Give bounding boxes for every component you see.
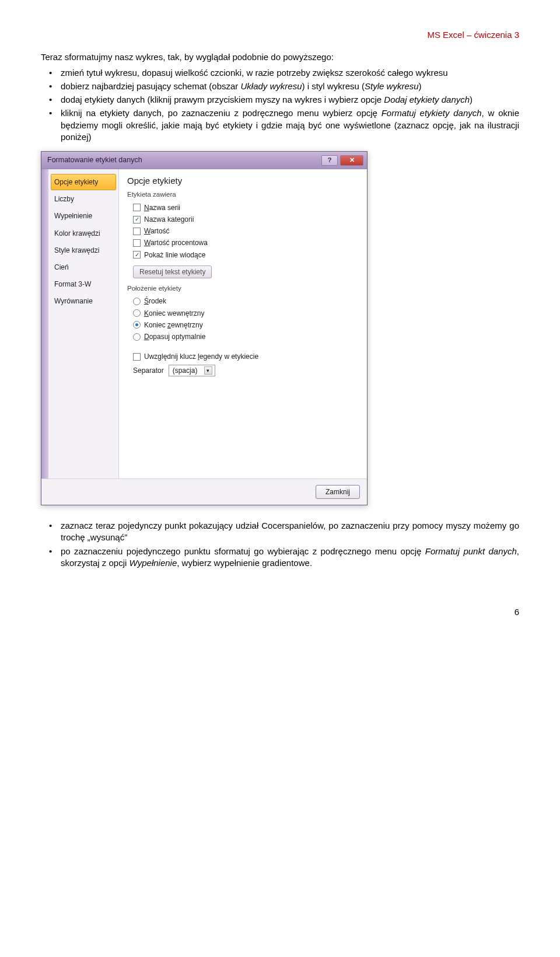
page-number: 6: [0, 595, 560, 635]
group-label-contains: Etykieta zawiera: [127, 190, 359, 200]
sidebar-item-numbers[interactable]: Liczby: [51, 191, 116, 207]
checkbox-icon: [133, 239, 141, 247]
dialog-screenshot: Formatowanie etykiet danych ? ✕ Opcje et…: [41, 151, 519, 505]
dialog-left-decor: [41, 169, 48, 478]
sidebar-item-border-color[interactable]: Kolor krawędzi: [51, 225, 116, 242]
checkbox-legend-key[interactable]: Uwzględnij klucz legendy w etykiecie: [133, 352, 359, 361]
intro-paragraph: Teraz sformatujmy nasz wykres, tak, by w…: [41, 51, 519, 63]
sidebar-item-fill[interactable]: Wypełnienie: [51, 208, 116, 224]
checkbox-icon: [133, 204, 141, 211]
sidebar-item-label-options[interactable]: Opcje etykiety: [51, 174, 116, 190]
dialog-main-pane: Opcje etykiety Etykieta zawiera Nazwa se…: [118, 169, 367, 478]
separator-label: Separator: [133, 366, 164, 375]
bullet-list-bottom: zaznacz teraz pojedynczy punkt pokazując…: [41, 520, 519, 569]
bullet-list-top: zmień tytuł wykresu, dopasuj wielkość cz…: [41, 67, 519, 144]
chevron-down-icon: ▾: [204, 366, 212, 375]
list-item: dobierz najbardziej pasujący schemat (ob…: [61, 81, 519, 92]
sidebar-item-shadow[interactable]: Cień: [51, 259, 116, 275]
checkbox-icon: ✓: [133, 251, 141, 259]
page-header: MS Excel – ćwiczenia 3: [41, 29, 519, 41]
checkbox-value[interactable]: Wartość: [133, 226, 359, 236]
checkbox-series-name[interactable]: Nazwa serii: [133, 203, 359, 212]
radio-center[interactable]: Środek: [133, 296, 359, 306]
combo-value: (spacja): [173, 366, 198, 375]
radio-icon: [133, 333, 141, 341]
format-data-labels-dialog: Formatowanie etykiet danych ? ✕ Opcje et…: [41, 151, 368, 505]
dialog-sidebar: Opcje etykiety Liczby Wypełnienie Kolor …: [48, 169, 118, 478]
reset-label-text-button[interactable]: Resetuj tekst etykiety: [133, 266, 212, 278]
checkbox-icon: [133, 228, 141, 235]
titlebar-help-button[interactable]: ?: [321, 155, 338, 166]
radio-best-fit[interactable]: Dopasuj optymalnie: [133, 332, 359, 341]
list-item: zmień tytuł wykresu, dopasuj wielkość cz…: [61, 67, 519, 79]
checkbox-percent[interactable]: Wartość procentowa: [133, 238, 359, 247]
checkbox-icon: ✓: [133, 216, 141, 223]
checkbox-icon: [133, 353, 141, 361]
dialog-footer: Zamknij: [41, 478, 367, 505]
group-label-position: Położenie etykiety: [127, 284, 359, 294]
checkbox-category-name[interactable]: ✓ Nazwa kategorii: [133, 215, 359, 224]
list-item: po zaznaczeniu pojedynczego punktu sform…: [61, 546, 519, 570]
pane-title: Opcje etykiety: [127, 175, 359, 187]
titlebar-close-button[interactable]: ✕: [340, 155, 363, 166]
list-item: kliknij na etykiety danych, po zaznaczen…: [61, 107, 519, 143]
radio-icon: [133, 309, 141, 317]
sidebar-item-alignment[interactable]: Wyrównanie: [51, 293, 116, 309]
dialog-title: Formatowanie etykiet danych: [47, 155, 142, 165]
sidebar-item-3d-format[interactable]: Format 3-W: [51, 276, 116, 292]
sidebar-item-border-styles[interactable]: Style krawędzi: [51, 242, 116, 259]
list-item: zaznacz teraz pojedynczy punkt pokazując…: [61, 520, 519, 544]
dialog-titlebar: Formatowanie etykiet danych ? ✕: [41, 152, 367, 169]
radio-outside-end[interactable]: Koniec zewnętrzny: [133, 320, 359, 330]
radio-icon: [133, 298, 141, 305]
list-item: dodaj etykiety danych (kliknij prawym pr…: [61, 94, 519, 106]
separator-combo[interactable]: (spacja) ▾: [169, 365, 215, 376]
close-button[interactable]: Zamknij: [316, 485, 360, 499]
checkbox-leader-lines[interactable]: ✓ Pokaż linie wiodące: [133, 250, 359, 260]
radio-inside-end[interactable]: Koniec wewnętrzny: [133, 309, 359, 318]
radio-icon: [133, 321, 141, 329]
